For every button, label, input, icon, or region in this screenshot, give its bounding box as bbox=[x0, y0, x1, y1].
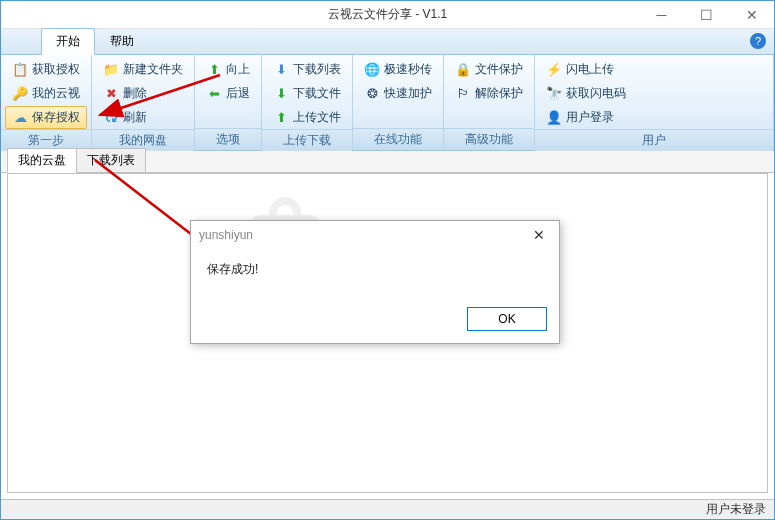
delete-icon: ✖ bbox=[103, 86, 119, 102]
flag-icon: 🏳 bbox=[455, 86, 471, 102]
dialog-title-text: yunshiyun bbox=[199, 228, 253, 242]
ritem-label: 闪电上传 bbox=[566, 61, 614, 78]
arrow-left-icon: ⬅ bbox=[206, 86, 222, 102]
help-icon[interactable]: ? bbox=[750, 33, 766, 49]
ritem-label: 用户登录 bbox=[566, 109, 614, 126]
ritem-label: 获取闪电码 bbox=[566, 85, 626, 102]
ritem-label: 获取授权 bbox=[32, 61, 80, 78]
ritem-label: 快速加护 bbox=[384, 85, 432, 102]
ribbon-group-step1: 📋获取授权 🔑我的云视 ☁保存授权 第一步 bbox=[1, 55, 92, 150]
ritem-label: 新建文件夹 bbox=[123, 61, 183, 78]
ritem-label: 刷新 bbox=[123, 109, 147, 126]
user-icon: 👤 bbox=[546, 110, 562, 126]
tab-mydisk[interactable]: 我的云盘 bbox=[7, 148, 77, 173]
remove-protect-button[interactable]: 🏳解除保护 bbox=[448, 82, 530, 105]
group-label: 高级功能 bbox=[444, 128, 534, 150]
file-protect-button[interactable]: 🔒文件保护 bbox=[448, 58, 530, 81]
ritem-label: 后退 bbox=[226, 85, 250, 102]
ritem-label: 下载列表 bbox=[293, 61, 341, 78]
globe-icon: 🌐 bbox=[364, 62, 380, 78]
ritem-label: 文件保护 bbox=[475, 61, 523, 78]
ritem-label: 删除 bbox=[123, 85, 147, 102]
menu-tabstrip: 开始 帮助 ? bbox=[1, 29, 774, 55]
ritem-label: 我的云视 bbox=[32, 85, 80, 102]
ribbon-group-mydisk: 📁新建文件夹 ✖删除 🗘刷新 我的网盘 bbox=[92, 55, 195, 150]
ribbon-group-transfer: ⬇下载列表 ⬇下载文件 ⬆上传文件 上传下载 bbox=[262, 55, 353, 150]
back-button[interactable]: ⬅后退 bbox=[199, 82, 257, 105]
tab-download-list[interactable]: 下载列表 bbox=[76, 148, 146, 172]
delete-button[interactable]: ✖删除 bbox=[96, 82, 190, 105]
user-login-button[interactable]: 👤用户登录 bbox=[539, 106, 769, 129]
tab-start[interactable]: 开始 bbox=[41, 28, 95, 55]
up-button[interactable]: ⬆向上 bbox=[199, 58, 257, 81]
dialog-titlebar: yunshiyun ✕ bbox=[191, 221, 559, 249]
refresh-icon: 🗘 bbox=[103, 110, 119, 126]
dialog: yunshiyun ✕ 保存成功! OK bbox=[190, 220, 560, 344]
upload-icon: ⬆ bbox=[273, 110, 289, 126]
group-label: 选项 bbox=[195, 128, 261, 150]
key-icon: 🔑 bbox=[12, 86, 28, 102]
quick-protect-button[interactable]: ❂快速加护 bbox=[357, 82, 439, 105]
statusbar: 用户未登录 bbox=[1, 499, 774, 519]
maximize-button[interactable]: ☐ bbox=[684, 1, 729, 29]
new-folder-button[interactable]: 📁新建文件夹 bbox=[96, 58, 190, 81]
folder-icon: 📁 bbox=[103, 62, 119, 78]
arrow-up-icon: ⬆ bbox=[206, 62, 222, 78]
fast-transfer-button[interactable]: 🌐极速秒传 bbox=[357, 58, 439, 81]
dialog-close-button[interactable]: ✕ bbox=[527, 225, 551, 245]
ribbon: 📋获取授权 🔑我的云视 ☁保存授权 第一步 📁新建文件夹 ✖删除 🗘刷新 我的网… bbox=[1, 55, 774, 151]
group-label: 上传下载 bbox=[262, 129, 352, 151]
lock-icon: 🔒 bbox=[455, 62, 471, 78]
window-controls: ─ ☐ ✕ bbox=[639, 1, 774, 29]
cloud-icon: ☁ bbox=[12, 110, 28, 126]
minimize-button[interactable]: ─ bbox=[639, 1, 684, 29]
dialog-ok-button[interactable]: OK bbox=[467, 307, 547, 331]
download-list-icon: ⬇ bbox=[273, 62, 289, 78]
ritem-label: 向上 bbox=[226, 61, 250, 78]
ritem-label: 解除保护 bbox=[475, 85, 523, 102]
ribbon-group-options: ⬆向上 ⬅后退 选项 bbox=[195, 55, 262, 150]
status-text: 用户未登录 bbox=[706, 501, 766, 518]
flash-upload-button[interactable]: ⚡闪电上传 bbox=[539, 58, 769, 81]
get-flash-code-button[interactable]: 🔭获取闪电码 bbox=[539, 82, 769, 105]
titlebar: 云视云文件分享 - V1.1 ─ ☐ ✕ bbox=[1, 1, 774, 29]
close-button[interactable]: ✕ bbox=[729, 1, 774, 29]
get-auth-button[interactable]: 📋获取授权 bbox=[5, 58, 87, 81]
refresh-button[interactable]: 🗘刷新 bbox=[96, 106, 190, 129]
ritem-label: 保存授权 bbox=[32, 109, 80, 126]
download-list-button[interactable]: ⬇下载列表 bbox=[266, 58, 348, 81]
group-label: 用户 bbox=[535, 129, 773, 151]
tab-help[interactable]: 帮助 bbox=[95, 28, 149, 54]
ritem-label: 下载文件 bbox=[293, 85, 341, 102]
my-yunshi-button[interactable]: 🔑我的云视 bbox=[5, 82, 87, 105]
ribbon-group-online: 🌐极速秒传 ❂快速加护 在线功能 bbox=[353, 55, 444, 150]
lifebuoy-icon: ❂ bbox=[364, 86, 380, 102]
content-tabs: 我的云盘 下载列表 bbox=[1, 151, 774, 173]
download-icon: ⬇ bbox=[273, 86, 289, 102]
clipboard-icon: 📋 bbox=[12, 62, 28, 78]
bolt-icon: ⚡ bbox=[546, 62, 562, 78]
group-label: 在线功能 bbox=[353, 128, 443, 150]
ritem-label: 极速秒传 bbox=[384, 61, 432, 78]
ribbon-group-advanced: 🔒文件保护 🏳解除保护 高级功能 bbox=[444, 55, 535, 150]
upload-file-button[interactable]: ⬆上传文件 bbox=[266, 106, 348, 129]
window-title: 云视云文件分享 - V1.1 bbox=[328, 6, 447, 23]
ritem-label: 上传文件 bbox=[293, 109, 341, 126]
binoculars-icon: 🔭 bbox=[546, 86, 562, 102]
dialog-message: 保存成功! bbox=[191, 249, 559, 299]
save-auth-button[interactable]: ☁保存授权 bbox=[5, 106, 87, 129]
download-file-button[interactable]: ⬇下载文件 bbox=[266, 82, 348, 105]
ribbon-group-user: ⚡闪电上传 🔭获取闪电码 👤用户登录 用户 bbox=[535, 55, 774, 150]
